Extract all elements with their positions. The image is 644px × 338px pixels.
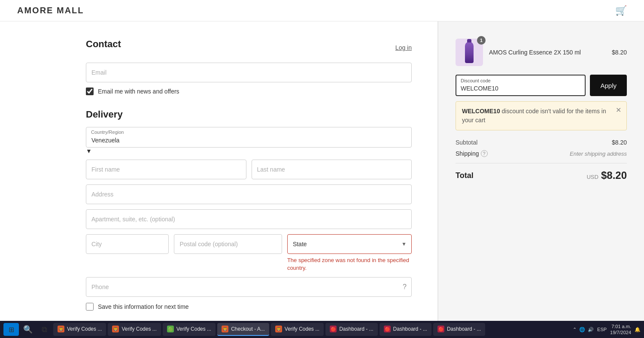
login-link[interactable]: Log in — [395, 44, 412, 51]
taskbar-app-label-2: Verify Codes ... — [122, 326, 156, 332]
taskbar-app-verify2[interactable]: 🦁 Verify Codes ... — [108, 323, 161, 336]
network-icon[interactable]: 🌐 — [579, 327, 585, 332]
taskbar-app-label-1: Verify Codes ... — [67, 326, 102, 332]
product-image-wrapper: 1 — [456, 39, 483, 66]
country-chevron-icon: ▼ — [86, 148, 92, 154]
email-news-checkbox-row: Email me with news and offers — [86, 88, 412, 95]
subtotal-row: Subtotal $8.20 — [456, 139, 627, 146]
discount-error-notification: WELCOME10 discount code isn't valid for … — [456, 101, 627, 130]
shipping-row: Shipping ? Enter shipping address — [456, 150, 627, 157]
city-wrapper — [86, 234, 169, 254]
left-panel: Contact Log in Email me with news and of… — [0, 21, 438, 338]
taskbar-app-icon-1: 🦁 — [58, 326, 64, 332]
save-info-label: Save this information for next time — [98, 303, 189, 310]
taskbar-task-view-icon[interactable]: ⧉ — [37, 323, 52, 336]
volume-icon[interactable]: 🔊 — [588, 327, 594, 332]
email-news-checkbox[interactable] — [86, 88, 94, 95]
taskbar: ⊞ 🔍 ⧉ 🦁 Verify Codes ... 🦁 Verify Codes … — [0, 321, 644, 338]
taskbar-app-icon-8: 🔴 — [437, 326, 444, 332]
clock-date: 19/7/2024 — [610, 329, 631, 335]
header: AMORE MALL 🛒 — [0, 0, 644, 21]
shipping-help-icon[interactable]: ? — [481, 150, 488, 157]
save-info-checkbox[interactable] — [86, 303, 94, 311]
address-input[interactable] — [86, 184, 412, 204]
taskbar-app-verify1[interactable]: 🦁 Verify Codes ... — [53, 323, 106, 336]
delivery-title: Delivery — [86, 109, 412, 120]
state-error-message: The specified zone was not found in the … — [287, 257, 412, 272]
city-input[interactable] — [86, 234, 169, 254]
country-region-wrapper: Country/Region Venezuela ▼ — [86, 127, 412, 154]
discount-label: Discount code — [461, 78, 491, 83]
apartment-input[interactable] — [86, 209, 412, 229]
taskbar-app-icon-2: 🦁 — [112, 326, 119, 332]
postal-input[interactable] — [174, 234, 282, 254]
discount-error-code: WELCOME10 — [462, 108, 500, 115]
taskbar-app-icon-7: 🔴 — [384, 326, 391, 332]
phone-help-icon[interactable]: ? — [403, 283, 407, 291]
taskbar-app-icon-5: 🦁 — [275, 326, 282, 332]
city-postal-state-row: State ▼ The specified zone was not found… — [86, 234, 412, 272]
first-name-input[interactable] — [86, 160, 246, 179]
apartment-group — [86, 209, 412, 229]
taskbar-right: ⌃ 🌐 🔊 ESP 7:01 a.m. 19/7/2024 🔔 — [573, 323, 641, 336]
phone-row: ? — [86, 277, 412, 297]
taskbar-app-verify4[interactable]: 🦁 Verify Codes ... — [271, 323, 324, 336]
email-input[interactable] — [86, 63, 412, 82]
taskbar-search-icon[interactable]: 🔍 — [21, 323, 35, 336]
address-group — [86, 184, 412, 204]
taskbar-clock[interactable]: 7:01 a.m. 19/7/2024 — [610, 323, 631, 336]
summary-divider — [456, 163, 627, 163]
total-value-group: USD $8.20 — [586, 169, 627, 181]
chevron-up-icon[interactable]: ⌃ — [573, 327, 577, 332]
total-row: Total USD $8.20 — [456, 169, 627, 181]
taskbar-app-icon-4: 🦁 — [222, 326, 228, 332]
discount-section: Discount code Apply — [456, 75, 627, 96]
discount-input-wrapper: Discount code — [456, 75, 586, 96]
contact-header: Contact Log in — [86, 39, 412, 57]
taskbar-app-label-4: Checkout - A... — [231, 326, 265, 332]
notifications-icon[interactable]: 🔔 — [635, 327, 641, 332]
taskbar-app-label-8: Dashboard - ... — [447, 326, 481, 332]
state-select-inner: State ▼ — [287, 234, 412, 254]
subtotal-value: $8.20 — [612, 139, 627, 146]
product-name: AMOS Curling Essence 2X 150 ml — [489, 49, 606, 56]
total-currency: USD — [586, 174, 598, 180]
country-select[interactable]: Venezuela — [86, 127, 412, 148]
name-row — [86, 160, 412, 179]
delivery-section: Delivery Country/Region Venezuela ▼ — [86, 109, 412, 311]
taskbar-app-dashboard2[interactable]: 🔴 Dashboard - ... — [380, 323, 431, 336]
total-amount: $8.20 — [601, 169, 627, 181]
taskbar-app-dashboard1[interactable]: 🔴 Dashboard - ... — [325, 323, 377, 336]
clock-time: 7:01 a.m. — [610, 323, 631, 329]
taskbar-app-verify3[interactable]: 🟢 Verify Codes ... — [163, 323, 216, 336]
apply-button[interactable]: Apply — [590, 75, 627, 96]
systray: ⌃ 🌐 🔊 — [573, 327, 594, 332]
cart-icon[interactable]: 🛒 — [615, 5, 627, 16]
taskbar-app-icon-3: 🟢 — [167, 326, 174, 332]
taskbar-app-label-3: Verify Codes ... — [176, 326, 211, 332]
postal-wrapper — [174, 234, 282, 254]
taskbar-app-dashboard3[interactable]: 🔴 Dashboard - ... — [433, 323, 485, 336]
contact-title: Contact — [86, 39, 121, 50]
shipping-label-group: Shipping ? — [456, 150, 488, 157]
last-name-input[interactable] — [252, 160, 412, 179]
product-quantity-badge: 1 — [477, 36, 486, 45]
discount-error-close-icon[interactable]: ✕ — [616, 107, 621, 114]
shipping-value: Enter shipping address — [570, 151, 627, 157]
state-select-wrapper: State ▼ The specified zone was not found… — [287, 234, 412, 272]
save-info-row: Save this information for next time — [86, 303, 412, 311]
main-layout: Contact Log in Email me with news and of… — [0, 21, 644, 338]
taskbar-app-checkout[interactable]: 🦁 Checkout - A... — [217, 323, 269, 336]
taskbar-app-icon-6: 🔴 — [330, 326, 337, 332]
product-tube-illustration — [465, 42, 474, 63]
phone-input[interactable] — [86, 277, 412, 297]
taskbar-app-label-5: Verify Codes ... — [285, 326, 319, 332]
total-label: Total — [456, 171, 474, 180]
state-select[interactable]: State — [287, 234, 412, 254]
right-panel: 1 AMOS Curling Essence 2X 150 ml $8.20 D… — [438, 21, 644, 338]
shipping-label: Shipping — [456, 150, 479, 157]
start-button[interactable]: ⊞ — [3, 323, 19, 336]
product-info: AMOS Curling Essence 2X 150 ml — [489, 49, 606, 56]
taskbar-app-label-6: Dashboard - ... — [339, 326, 373, 332]
product-row: 1 AMOS Curling Essence 2X 150 ml $8.20 — [456, 39, 627, 66]
